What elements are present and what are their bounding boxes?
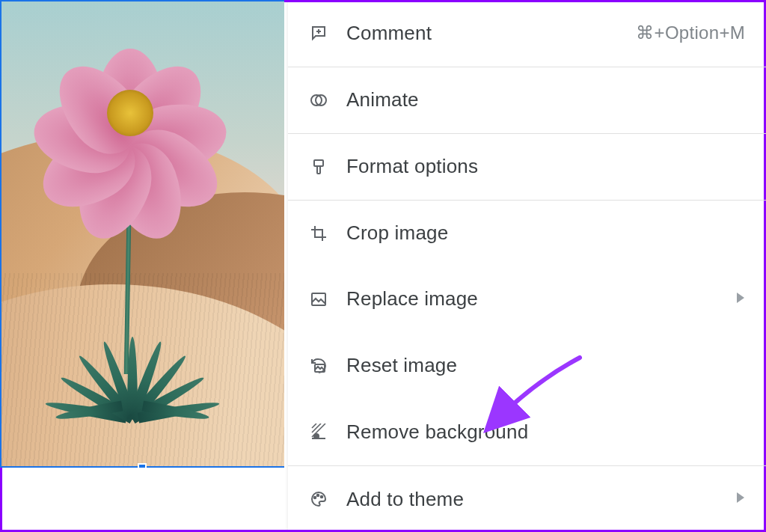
menu-label: Crop image: [346, 221, 448, 245]
menu-label: Remove background: [346, 421, 528, 444]
chevron-right-icon: [736, 293, 745, 306]
canvas-image-selection[interactable]: [0, 0, 288, 532]
animate-icon: [309, 91, 328, 110]
svg-rect-4: [314, 160, 323, 166]
crop-icon: [309, 224, 328, 243]
svg-line-9: [312, 424, 321, 432]
menu-label: Animate: [346, 88, 419, 111]
selection-handle-bottom[interactable]: [138, 463, 147, 468]
replace-image-icon: [309, 290, 328, 309]
menu-label: Replace image: [346, 287, 478, 311]
menu-item-add-to-theme[interactable]: Add to theme: [288, 465, 766, 532]
menu-label: Format options: [346, 155, 478, 178]
svg-rect-12: [312, 438, 325, 439]
context-menu: Comment ⌘+Option+M Animate Format option…: [288, 0, 766, 532]
menu-shortcut: ⌘+Option+M: [636, 22, 745, 43]
chevron-right-icon: [736, 492, 745, 506]
svg-point-15: [321, 496, 323, 498]
menu-label: Reset image: [346, 354, 457, 377]
svg-point-13: [314, 497, 316, 499]
svg-point-14: [317, 495, 319, 497]
menu-item-animate[interactable]: Animate: [288, 67, 766, 133]
remove-background-icon: [309, 423, 328, 442]
menu-item-reset-image[interactable]: Reset image: [288, 332, 766, 399]
menu-label: Comment: [346, 22, 432, 45]
menu-item-remove-background[interactable]: Remove background: [288, 399, 766, 465]
svg-line-8: [312, 424, 316, 428]
svg-rect-5: [317, 166, 320, 174]
reset-image-icon: [309, 356, 328, 376]
menu-item-format-options[interactable]: Format options: [288, 133, 766, 200]
format-options-icon: [309, 157, 328, 177]
menu-item-crop-image[interactable]: Crop image: [288, 200, 766, 266]
comment-icon: [309, 23, 328, 43]
selected-image[interactable]: [0, 0, 284, 468]
palette-icon: [309, 489, 328, 509]
menu-item-replace-image[interactable]: Replace image: [288, 266, 766, 333]
selection-bottom-edge: [0, 466, 284, 468]
menu-label: Add to theme: [346, 488, 464, 511]
selection-outline: [0, 0, 284, 468]
menu-item-comment[interactable]: Comment ⌘+Option+M: [288, 0, 766, 67]
